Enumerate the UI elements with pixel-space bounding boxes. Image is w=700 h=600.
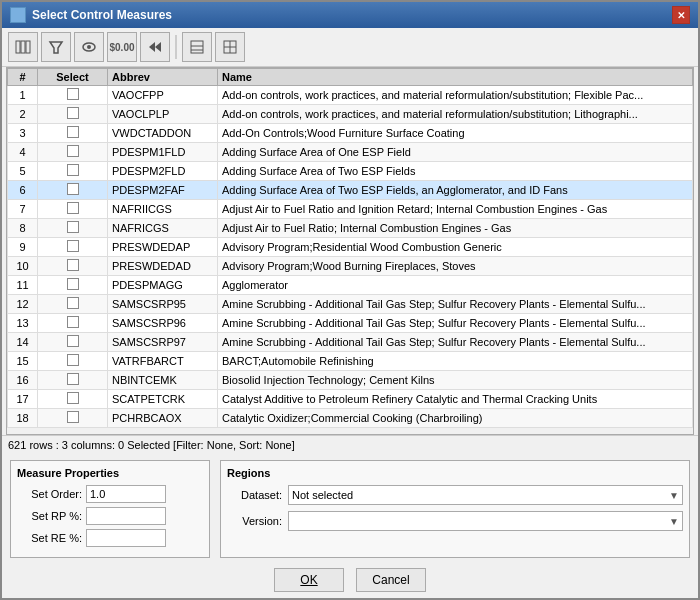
columns-button[interactable]	[8, 32, 38, 62]
row-checkbox[interactable]	[67, 107, 79, 119]
row-checkbox-cell[interactable]	[38, 276, 108, 295]
svg-marker-6	[149, 42, 155, 52]
row-checkbox-cell[interactable]	[38, 333, 108, 352]
row-checkbox-cell[interactable]	[38, 105, 108, 124]
row-name: Adding Surface Area of Two ESP Fields, a…	[218, 181, 693, 200]
set-order-input[interactable]	[86, 485, 166, 503]
row-checkbox[interactable]	[67, 411, 79, 423]
row-abbrev: SAMSCSRP97	[108, 333, 218, 352]
table-row[interactable]: 3 VWDCTADDON Add-On Controls;Wood Furnit…	[8, 124, 693, 143]
table-row[interactable]: 4 PDESPM1FLD Adding Surface Area of One …	[8, 143, 693, 162]
row-name: Advisory Program;Wood Burning Fireplaces…	[218, 257, 693, 276]
row-checkbox[interactable]	[67, 297, 79, 309]
row-checkbox-cell[interactable]	[38, 200, 108, 219]
row-checkbox-cell[interactable]	[38, 314, 108, 333]
table-row[interactable]: 6 PDESPM2FAF Adding Surface Area of Two …	[8, 181, 693, 200]
row-num: 13	[8, 314, 38, 333]
row-num: 5	[8, 162, 38, 181]
row-checkbox-cell[interactable]	[38, 295, 108, 314]
table-row[interactable]: 12 SAMSCSRP95 Amine Scrubbing - Addition…	[8, 295, 693, 314]
table-row[interactable]: 1 VAOCFPP Add-on controls, work practice…	[8, 86, 693, 105]
row-checkbox[interactable]	[67, 335, 79, 347]
row-checkbox[interactable]	[67, 221, 79, 233]
row-name: Biosolid Injection Technology; Cement Ki…	[218, 371, 693, 390]
row-checkbox-cell[interactable]	[38, 390, 108, 409]
row-checkbox[interactable]	[67, 316, 79, 328]
dataset-select[interactable]: Not selected ▼	[288, 485, 683, 505]
row-checkbox-cell[interactable]	[38, 257, 108, 276]
row-checkbox-cell[interactable]	[38, 162, 108, 181]
set-rp-input[interactable]	[86, 507, 166, 525]
row-checkbox-cell[interactable]	[38, 219, 108, 238]
row-checkbox[interactable]	[67, 88, 79, 100]
table-row[interactable]: 16 NBINTCEMK Biosolid Injection Technolo…	[8, 371, 693, 390]
row-checkbox[interactable]	[67, 354, 79, 366]
view-button[interactable]	[74, 32, 104, 62]
window-title: Select Control Measures	[32, 8, 172, 22]
grid2-button[interactable]	[215, 32, 245, 62]
version-select[interactable]: ▼	[288, 511, 683, 531]
data-table: # Select Abbrev Name 1 VAOCFPP Add-on co…	[7, 68, 693, 428]
row-checkbox[interactable]	[67, 126, 79, 138]
table-row[interactable]: 14 SAMSCSRP97 Amine Scrubbing - Addition…	[8, 333, 693, 352]
row-name: Adjust Air to Fuel Ratio and Ignition Re…	[218, 200, 693, 219]
ok-button[interactable]: OK	[274, 568, 344, 592]
row-checkbox-cell[interactable]	[38, 181, 108, 200]
row-checkbox-cell[interactable]	[38, 409, 108, 428]
svg-rect-1	[21, 41, 25, 53]
table-row[interactable]: 17 SCATPETCRK Catalyst Additive to Petro…	[8, 390, 693, 409]
version-dropdown-arrow: ▼	[669, 516, 679, 527]
row-name: Advisory Program;Residential Wood Combus…	[218, 238, 693, 257]
title-bar: Select Control Measures ✕	[2, 2, 698, 28]
table-row[interactable]: 5 PDESPM2FLD Adding Surface Area of Two …	[8, 162, 693, 181]
row-checkbox[interactable]	[67, 259, 79, 271]
row-num: 14	[8, 333, 38, 352]
rewind-button[interactable]	[140, 32, 170, 62]
table-row[interactable]: 10 PRESWDEDAD Advisory Program;Wood Burn…	[8, 257, 693, 276]
row-abbrev: VATRFBARCT	[108, 352, 218, 371]
row-checkbox-cell[interactable]	[38, 352, 108, 371]
filter-icon	[48, 39, 64, 55]
row-checkbox[interactable]	[67, 145, 79, 157]
cost-button[interactable]: $0.00	[107, 32, 137, 62]
row-checkbox-cell[interactable]	[38, 238, 108, 257]
table-row[interactable]: 15 VATRFBARCT BARCT;Automobile Refinishi…	[8, 352, 693, 371]
row-checkbox-cell[interactable]	[38, 371, 108, 390]
table-row[interactable]: 7 NAFRIICGS Adjust Air to Fuel Ratio and…	[8, 200, 693, 219]
svg-marker-3	[50, 42, 62, 53]
table-row[interactable]: 11 PDESPMAGG Agglomerator	[8, 276, 693, 295]
row-abbrev: PDESPM2FAF	[108, 181, 218, 200]
row-checkbox[interactable]	[67, 164, 79, 176]
row-checkbox[interactable]	[67, 183, 79, 195]
row-checkbox-cell[interactable]	[38, 86, 108, 105]
row-checkbox[interactable]	[67, 202, 79, 214]
set-re-label: Set RE %:	[17, 532, 82, 544]
row-checkbox-cell[interactable]	[38, 143, 108, 162]
table-row[interactable]: 18 PCHRBCAOX Catalytic Oxidizer;Commerci…	[8, 409, 693, 428]
set-rp-row: Set RP %:	[17, 507, 203, 525]
table-row[interactable]: 2 VAOCLPLP Add-on controls, work practic…	[8, 105, 693, 124]
row-checkbox[interactable]	[67, 392, 79, 404]
filter-button[interactable]	[41, 32, 71, 62]
col-header-abbrev: Abbrev	[108, 69, 218, 86]
row-num: 7	[8, 200, 38, 219]
row-checkbox[interactable]	[67, 240, 79, 252]
set-re-input[interactable]	[86, 529, 166, 547]
row-num: 1	[8, 86, 38, 105]
table-row[interactable]: 8 NAFRICGS Adjust Air to Fuel Ratio; Int…	[8, 219, 693, 238]
row-checkbox[interactable]	[67, 373, 79, 385]
row-name: Amine Scrubbing - Additional Tail Gas St…	[218, 295, 693, 314]
row-name: Add-on controls, work practices, and mat…	[218, 105, 693, 124]
row-checkbox-cell[interactable]	[38, 124, 108, 143]
row-checkbox[interactable]	[67, 278, 79, 290]
table-row[interactable]: 9 PRESWDEDAP Advisory Program;Residentia…	[8, 238, 693, 257]
grid1-button[interactable]	[182, 32, 212, 62]
status-text: 621 rows : 3 columns: 0 Selected [Filter…	[8, 439, 295, 451]
row-num: 8	[8, 219, 38, 238]
table-row[interactable]: 13 SAMSCSRP96 Amine Scrubbing - Addition…	[8, 314, 693, 333]
version-row: Version: ▼	[227, 511, 683, 531]
close-button[interactable]: ✕	[672, 6, 690, 24]
svg-marker-7	[155, 42, 161, 52]
cancel-button[interactable]: Cancel	[356, 568, 426, 592]
table-wrapper[interactable]: # Select Abbrev Name 1 VAOCFPP Add-on co…	[7, 68, 693, 434]
